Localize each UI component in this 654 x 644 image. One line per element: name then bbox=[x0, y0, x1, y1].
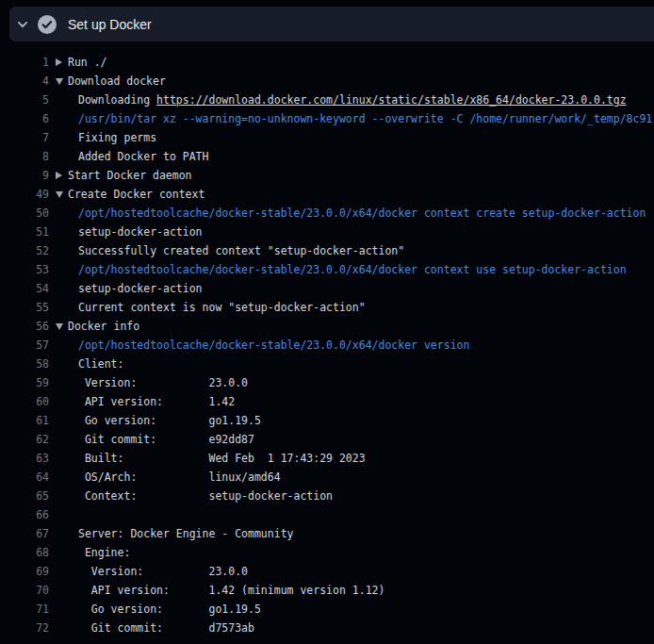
line-number[interactable]: 51 bbox=[0, 223, 49, 241]
log-text: Context: setup-docker-action bbox=[78, 487, 333, 505]
line-content: Downloading https://download.docker.com/… bbox=[56, 91, 627, 109]
line-number[interactable]: 67 bbox=[0, 524, 49, 543]
log-text: API version: 1.42 bbox=[78, 392, 235, 411]
line-content: setup-docker-action bbox=[56, 223, 203, 241]
line-number[interactable]: 53 bbox=[0, 260, 49, 279]
line-content: Client: bbox=[56, 355, 123, 373]
line-number[interactable]: 60 bbox=[0, 392, 49, 411]
log-line: 71 Go version: go1.19.5 bbox=[0, 600, 654, 619]
log-group-row[interactable]: 1Run ./ bbox=[0, 53, 654, 72]
log-text: Docker info bbox=[68, 317, 139, 336]
group-content: Create Docker context bbox=[56, 185, 204, 204]
line-number[interactable]: 62 bbox=[0, 430, 49, 449]
line-number[interactable]: 6 bbox=[0, 109, 49, 128]
log-line: 53/opt/hostedtoolcache/docker-stable/23.… bbox=[0, 260, 654, 279]
log-group-row[interactable]: 56Docker info bbox=[0, 317, 654, 336]
log-link[interactable]: https://download.docker.com/linux/static… bbox=[156, 91, 627, 109]
log-group-row[interactable]: 49Create Docker context bbox=[0, 185, 654, 204]
log-text: Go version: go1.19.5 bbox=[78, 411, 261, 430]
line-number[interactable]: 9 bbox=[0, 166, 49, 185]
log-text: Engine: bbox=[78, 543, 130, 562]
line-number[interactable]: 68 bbox=[0, 543, 49, 562]
line-content: Current context is now "setup-docker-act… bbox=[56, 298, 366, 317]
line-content: API version: 1.42 (minimum version 1.12) bbox=[56, 581, 384, 600]
line-number[interactable]: 70 bbox=[0, 581, 49, 600]
log-line: 69 Version: 23.0.0 bbox=[0, 562, 654, 581]
command-text: /opt/hostedtoolcache/docker-stable/23.0.… bbox=[78, 260, 627, 279]
log-line: 66 bbox=[0, 505, 654, 524]
log-line: 58Client: bbox=[0, 355, 654, 373]
log-group-row[interactable]: 9Start Docker daemon bbox=[0, 166, 654, 185]
line-number[interactable]: 65 bbox=[0, 487, 49, 505]
line-number[interactable]: 8 bbox=[0, 147, 49, 166]
line-number[interactable]: 49 bbox=[0, 185, 49, 204]
line-number[interactable]: 63 bbox=[0, 449, 49, 468]
log-text: Built: Wed Feb 1 17:43:29 2023 bbox=[78, 449, 366, 468]
line-number[interactable]: 59 bbox=[0, 373, 49, 392]
log-line: 7Fixing perms bbox=[0, 128, 654, 147]
group-content: Run ./ bbox=[56, 53, 107, 72]
log-container: 1Run ./4Download docker5Downloading http… bbox=[0, 41, 654, 644]
log-line: 57/opt/hostedtoolcache/docker-stable/23.… bbox=[0, 336, 654, 355]
line-number[interactable]: 64 bbox=[0, 468, 49, 487]
line-number[interactable]: 50 bbox=[0, 204, 49, 223]
log-text: Downloading bbox=[78, 91, 156, 109]
line-number[interactable]: 56 bbox=[0, 317, 49, 336]
line-number[interactable]: 72 bbox=[0, 619, 49, 637]
log-text: Start Docker daemon bbox=[68, 166, 192, 185]
log-line: 52Successfully created context "setup-do… bbox=[0, 241, 654, 260]
line-content: Go version: go1.19.5 bbox=[56, 600, 261, 619]
line-number[interactable]: 1 bbox=[0, 53, 49, 72]
log-line: 65 Context: setup-docker-action bbox=[0, 487, 654, 505]
log-text: Git commit: d7573ab bbox=[78, 619, 254, 637]
line-content: /opt/hostedtoolcache/docker-stable/23.0.… bbox=[56, 260, 627, 279]
log-text: Version: 23.0.0 bbox=[78, 373, 248, 392]
line-number[interactable]: 7 bbox=[0, 128, 49, 147]
line-number[interactable]: 69 bbox=[0, 562, 49, 581]
log-group-row[interactable]: 4Download docker bbox=[0, 72, 654, 91]
log-text: Version: 23.0.0 bbox=[78, 562, 248, 581]
log-text: setup-docker-action bbox=[78, 223, 203, 241]
group-content: Download docker bbox=[56, 72, 166, 91]
step-header[interactable]: Set up Docker bbox=[9, 7, 654, 41]
log-line: 8Added Docker to PATH bbox=[0, 147, 654, 166]
log-line: 72 Git commit: d7573ab bbox=[0, 619, 654, 637]
log-line: 61 Go version: go1.19.5 bbox=[0, 411, 654, 430]
line-number[interactable]: 61 bbox=[0, 411, 49, 430]
line-number[interactable]: 66 bbox=[0, 505, 49, 524]
line-number[interactable]: 5 bbox=[0, 91, 49, 109]
step-title: Set up Docker bbox=[68, 17, 152, 32]
log-line: 50/opt/hostedtoolcache/docker-stable/23.… bbox=[0, 204, 654, 223]
log-text: OS/Arch: linux/amd64 bbox=[78, 468, 281, 487]
chevron-down-icon[interactable] bbox=[15, 17, 30, 32]
line-number[interactable]: 55 bbox=[0, 298, 49, 317]
line-number[interactable]: 71 bbox=[0, 600, 49, 619]
line-content: OS/Arch: linux/amd64 bbox=[56, 468, 281, 487]
line-content: Fixing perms bbox=[56, 128, 156, 147]
line-number[interactable]: 54 bbox=[0, 279, 49, 298]
line-number[interactable]: 4 bbox=[0, 72, 49, 91]
line-number[interactable]: 58 bbox=[0, 355, 49, 373]
line-number[interactable]: 52 bbox=[0, 241, 49, 260]
line-content: Go version: go1.19.5 bbox=[56, 411, 261, 430]
line-content: Engine: bbox=[56, 543, 130, 562]
line-content: Version: 23.0.0 bbox=[56, 562, 248, 581]
log-text: Client: bbox=[78, 355, 123, 373]
log-text: API version: 1.42 (minimum version 1.12) bbox=[78, 581, 384, 600]
log-text: Fixing perms bbox=[78, 128, 156, 147]
log-text: Go version: go1.19.5 bbox=[78, 600, 261, 619]
log-line: 6/usr/bin/tar xz --warning=no-unknown-ke… bbox=[0, 109, 654, 128]
line-content: API version: 1.42 bbox=[56, 392, 235, 411]
log-line: 60 API version: 1.42 bbox=[0, 392, 654, 411]
group-content: Start Docker daemon bbox=[56, 166, 192, 185]
log-line: 59 Version: 23.0.0 bbox=[0, 373, 654, 392]
log-line: 64 OS/Arch: linux/amd64 bbox=[0, 468, 654, 487]
log-text: Download docker bbox=[68, 72, 166, 91]
line-content: /opt/hostedtoolcache/docker-stable/23.0.… bbox=[56, 336, 469, 355]
log-lines: 1Run ./4Download docker5Downloading http… bbox=[0, 53, 654, 637]
caret-down-icon bbox=[56, 78, 68, 85]
check-circle-icon bbox=[38, 15, 57, 34]
log-text: Added Docker to PATH bbox=[78, 147, 208, 166]
line-number[interactable]: 57 bbox=[0, 336, 49, 355]
line-content: Context: setup-docker-action bbox=[56, 487, 333, 505]
